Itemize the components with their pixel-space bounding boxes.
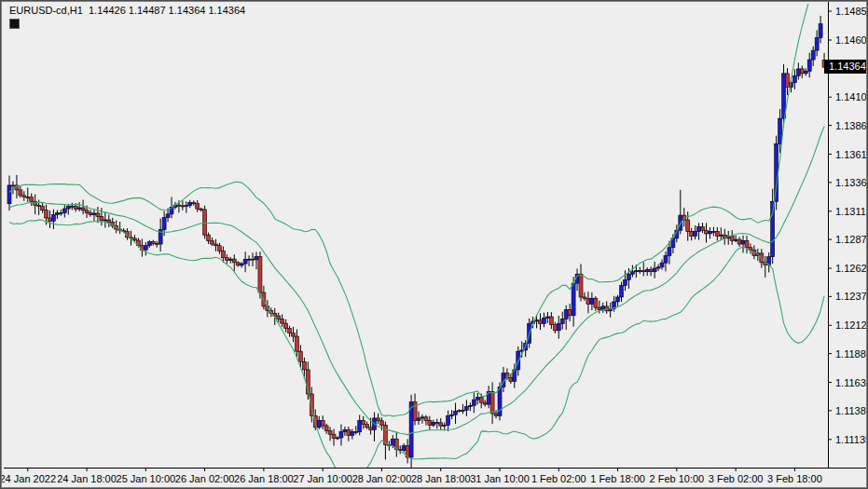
time-axis-label: 1 Feb 02:00 [531, 473, 586, 484]
candlestick-chart[interactable]: 1.148501.146001.141051.138601.136101.133… [2, 2, 868, 489]
bear-candle [800, 69, 804, 74]
bull-candle [409, 402, 413, 457]
bear-candle [302, 361, 306, 370]
bear-candle [365, 425, 369, 428]
bear-candle [494, 414, 498, 415]
price-axis-label: 1.14105 [835, 91, 868, 102]
price-axis-label: 1.13115 [835, 206, 868, 217]
candles-layer [7, 16, 826, 469]
bull-candle [557, 323, 560, 330]
bull-candle [92, 213, 96, 215]
bollinger-upper-line [9, 2, 824, 416]
bear-candle [649, 269, 653, 271]
time-axis-label: 24 Jan 2022 [2, 473, 56, 484]
time-axis-label: 28 Jan 18:00 [411, 473, 471, 484]
bull-candle [792, 75, 796, 82]
bull-candle [461, 410, 464, 411]
bear-candle [298, 351, 302, 361]
time-axis-label: 3 Feb 02:00 [709, 473, 764, 484]
bull-candle [564, 310, 568, 319]
bear-candle [413, 402, 417, 421]
bear-candle [701, 226, 705, 230]
bear-candle [295, 336, 298, 351]
bull-candle [630, 272, 634, 274]
bull-candle [468, 405, 472, 406]
bear-candle [26, 197, 30, 197]
bear-candle [155, 244, 158, 245]
bull-candle [771, 201, 775, 256]
bear-candle [232, 259, 236, 263]
bull-candle [796, 69, 800, 75]
bear-candle [200, 209, 203, 210]
chart-window: 1.148501.146001.141051.138601.136101.133… [0, 0, 868, 489]
bear-candle [196, 204, 200, 209]
bear-candle [745, 240, 749, 247]
bull-candle [59, 212, 62, 213]
price-axis-label: 1.13365 [835, 177, 868, 188]
bear-candle [369, 428, 373, 429]
bollinger-lower-line [9, 220, 824, 482]
bear-candle [321, 420, 324, 426]
bull-candle [782, 74, 786, 118]
bull-candle [454, 412, 458, 415]
time-axis-label: 2 Feb 10:00 [649, 473, 704, 484]
bear-candle [181, 206, 185, 207]
bear-candle [594, 298, 598, 307]
bear-candle [284, 323, 288, 328]
bear-candle [424, 417, 428, 421]
bear-candle [549, 317, 553, 325]
bull-candle [185, 206, 188, 207]
price-axis-label: 1.13860 [835, 120, 868, 131]
bear-candle [377, 418, 380, 421]
bear-candle [221, 251, 225, 257]
bull-candle [590, 298, 594, 304]
bear-candle [737, 239, 741, 244]
bear-candle [539, 320, 543, 324]
bear-candle [107, 220, 111, 223]
bull-candle [339, 432, 343, 438]
time-axis-label: 27 Jan 10:00 [293, 473, 352, 484]
bear-candle [48, 218, 52, 221]
bear-candle [579, 274, 583, 297]
bull-candle [103, 220, 107, 221]
bull-candle [166, 214, 170, 218]
bull-candle [616, 297, 620, 302]
bear-candle [100, 216, 103, 220]
bear-candle [435, 422, 439, 423]
bear-candle [41, 206, 45, 211]
bull-candle [464, 407, 468, 411]
bull-candle [638, 271, 641, 272]
bull-candle [660, 263, 664, 267]
bear-candle [81, 208, 85, 211]
bull-candle [144, 246, 147, 251]
bull-candle [255, 257, 258, 260]
bull-candle [458, 411, 462, 412]
bear-candle [132, 238, 136, 240]
indicator-square-icon[interactable] [9, 19, 20, 29]
bear-candle [89, 213, 92, 215]
bear-candle [483, 402, 487, 404]
price-axis-label: 1.11135 [835, 434, 868, 445]
bear-candle [151, 242, 155, 244]
time-axis-label: 26 Jan 18:00 [234, 473, 294, 484]
bear-candle [586, 298, 590, 304]
time-axis-label: 31 Jan 10:00 [470, 473, 530, 484]
bear-candle [641, 271, 645, 272]
bear-candle [328, 431, 332, 435]
time-axis[interactable]: 24 Jan 202224 Jan 18:0025 Jan 10:0026 Ja… [2, 468, 822, 484]
bull-candle [664, 255, 668, 263]
bull-candle [627, 274, 630, 279]
price-axis-label: 1.14600 [835, 34, 868, 46]
bull-candle [447, 415, 450, 425]
bear-candle [211, 241, 214, 244]
bull-candle [77, 208, 81, 209]
bear-candle [207, 235, 211, 241]
price-axis-label: 1.11880 [835, 348, 868, 360]
time-axis-label: 1 Feb 18:00 [590, 473, 645, 484]
bull-candle [804, 71, 807, 73]
bull-candle [188, 202, 192, 205]
bull-candle [620, 286, 624, 297]
bear-candle [45, 211, 48, 218]
bear-candle [236, 263, 240, 265]
bull-candle [62, 209, 66, 212]
